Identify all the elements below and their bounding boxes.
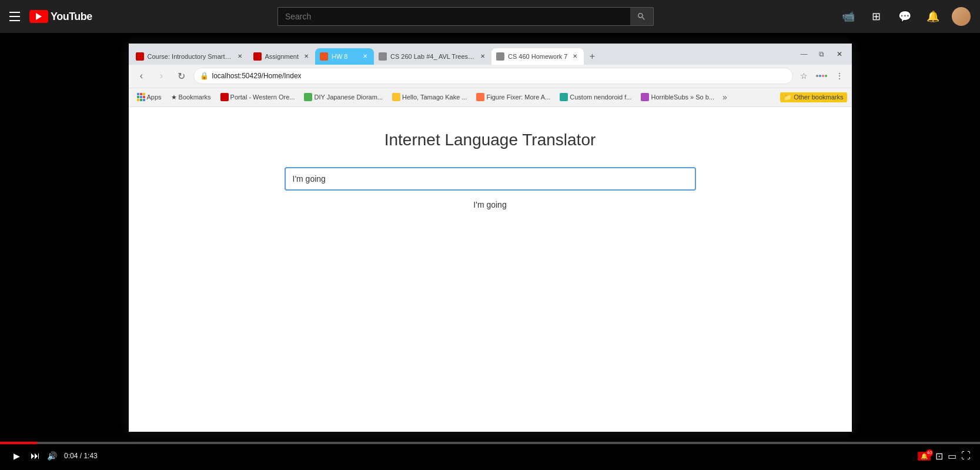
bookmark-apps[interactable]: Apps — [133, 92, 165, 102]
chat-icon[interactable]: 💬 — [895, 7, 914, 26]
tab-favicon-4 — [379, 52, 387, 61]
browser-tab-2[interactable]: Assignment ✕ — [249, 48, 315, 65]
youtube-logo-icon — [29, 10, 48, 23]
horrible-favicon — [641, 93, 649, 101]
search-button[interactable] — [630, 7, 654, 26]
topbar-right-icons: 📹 ⊞ 💬 🔔 — [839, 7, 971, 26]
avatar-image — [952, 7, 971, 26]
diy-label: DIY Japanese Dioram... — [314, 94, 383, 101]
player-controls: 0:04 / 1:43 🔔 40 ⊡ ▭ ⛶ — [0, 442, 980, 470]
miniplayer-button[interactable]: ⊡ — [935, 451, 943, 462]
search-input[interactable] — [277, 7, 630, 26]
progress-fill — [0, 442, 37, 444]
progress-bar[interactable] — [0, 442, 980, 444]
refresh-button[interactable]: ↻ — [173, 68, 190, 84]
user-avatar[interactable] — [952, 7, 971, 26]
nendoroid-label: Custom nendoroid f... — [570, 94, 631, 101]
bookmarks-overflow-button[interactable]: » — [720, 91, 730, 103]
page-title: Internet Language Translator — [384, 131, 596, 149]
notification-count: 40 — [926, 449, 933, 456]
diy-favicon — [304, 93, 312, 101]
browser-tab-1[interactable]: Course: Introductory Smart Ph... ✕ — [131, 48, 249, 65]
tab-title-3: HW 8 — [332, 53, 357, 60]
play-button[interactable] — [9, 449, 24, 463]
bookmarks-label: Bookmarks — [179, 94, 211, 101]
translate-input[interactable] — [285, 167, 696, 191]
fullscreen-button[interactable]: ⛶ — [961, 451, 971, 461]
browser-tabs: Course: Introductory Smart Ph... ✕ Assig… — [129, 44, 792, 65]
more-menu-icon[interactable]: ⋮ — [832, 68, 847, 84]
bookmark-portal[interactable]: Portal - Western Ore... — [217, 92, 299, 102]
browser-window: Course: Introductory Smart Ph... ✕ Assig… — [129, 44, 852, 432]
youtube-player-page: YouTube 📹 ⊞ 💬 🔔 — [0, 0, 980, 470]
apps-grid-icon — [137, 93, 145, 101]
nendoroid-favicon — [560, 93, 568, 101]
youtube-topbar: YouTube 📹 ⊞ 💬 🔔 — [0, 0, 980, 33]
tab-favicon-3 — [320, 52, 328, 61]
address-bar-container: ‹ › ↻ 🔒 localhost:50429/Home/Index ☆ — [129, 65, 852, 88]
browser-chrome: Course: Introductory Smart Ph... ✕ Assig… — [129, 44, 852, 107]
search-icon — [637, 12, 646, 21]
bookmark-nendoroid[interactable]: Custom nendoroid f... — [556, 92, 635, 102]
lock-icon: 🔒 — [200, 72, 209, 80]
browser-tab-3[interactable]: HW 8 ✕ — [315, 48, 374, 65]
minimize-button[interactable]: — — [797, 46, 812, 62]
tab-close-2[interactable]: ✕ — [302, 52, 310, 61]
bookmark-bookmarks[interactable]: ★ Bookmarks — [168, 92, 215, 102]
total-time: 1:43 — [83, 452, 97, 460]
tab-favicon-2 — [253, 52, 262, 61]
horrible-label: HorribleSubs » So b... — [651, 94, 714, 101]
bookmarks-bar: Apps ★ Bookmarks Portal - Western Ore...… — [129, 88, 852, 107]
youtube-logo-text: YouTube — [51, 11, 92, 23]
bookmark-star-icon[interactable]: ☆ — [797, 68, 812, 84]
subscribe-badge[interactable]: 🔔 40 — [918, 452, 931, 461]
tamago-favicon — [392, 93, 400, 101]
video-camera-icon[interactable]: 📹 — [839, 7, 858, 26]
back-button[interactable]: ‹ — [133, 68, 150, 84]
browser-tab-5[interactable]: CS 460 Homework 7 ✕ — [491, 48, 584, 65]
figure-favicon — [476, 93, 484, 101]
translate-output: I'm going — [473, 200, 506, 209]
tab-title-1: Course: Introductory Smart Ph... — [148, 53, 232, 60]
restore-button[interactable]: ⧉ — [814, 46, 830, 62]
bell-icon[interactable]: 🔔 — [924, 7, 942, 26]
tab-close-1[interactable]: ✕ — [236, 52, 244, 61]
current-time: 0:04 — [64, 452, 78, 460]
tab-close-3[interactable]: ✕ — [361, 52, 369, 61]
tab-favicon-5 — [496, 52, 504, 61]
bookmark-tamago[interactable]: Hello, Tamago Kake ... — [389, 92, 470, 102]
youtube-logo[interactable]: YouTube — [29, 10, 92, 23]
address-bar[interactable]: 🔒 localhost:50429/Home/Index — [193, 68, 793, 84]
tab-title-4: CS 260 Lab #4_ AVL Trees.pdf — [390, 53, 475, 60]
window-controls: — ⧉ ✕ — [792, 44, 852, 65]
volume-button[interactable] — [47, 451, 57, 461]
webpage-content: Internet Language Translator I'm going — [129, 107, 852, 432]
portal-favicon — [220, 93, 229, 101]
bookmark-horrible[interactable]: HorribleSubs » So b... — [637, 92, 718, 102]
extensions-icon[interactable] — [814, 68, 830, 84]
browser-tab-4[interactable]: CS 260 Lab #4_ AVL Trees.pdf ✕ — [374, 48, 491, 65]
search-container — [277, 7, 654, 26]
tab-close-5[interactable]: ✕ — [571, 52, 579, 61]
tamago-label: Hello, Tamago Kake ... — [402, 94, 467, 101]
grid-icon[interactable]: ⊞ — [867, 7, 886, 26]
bookmark-figure[interactable]: Figure Fixer: More A... — [473, 92, 554, 102]
tab-title-5: CS 460 Homework 7 — [508, 53, 568, 60]
portal-label: Portal - Western Ore... — [230, 94, 295, 101]
new-tab-button[interactable]: + — [584, 48, 600, 65]
other-bookmarks-folder[interactable]: 📁 Other bookmarks — [780, 92, 847, 102]
skip-button[interactable] — [31, 451, 40, 461]
forward-button[interactable]: › — [153, 68, 170, 84]
right-controls: 🔔 40 ⊡ ▭ ⛶ — [918, 451, 971, 462]
hamburger-menu[interactable] — [9, 12, 20, 21]
close-button[interactable]: ✕ — [832, 46, 847, 62]
time-display: 0:04 / 1:43 — [64, 452, 98, 460]
addressbar-right-icons: ☆ ⋮ — [797, 68, 847, 84]
bookmark-diy[interactable]: DIY Japanese Dioram... — [300, 92, 386, 102]
video-area: Course: Introductory Smart Ph... ✕ Assig… — [0, 33, 980, 442]
theater-mode-button[interactable]: ▭ — [948, 451, 956, 462]
tab-title-2: Assignment — [265, 53, 299, 60]
bookmark-star: ★ — [171, 94, 177, 101]
figure-label: Figure Fixer: More A... — [486, 94, 550, 101]
tab-close-4[interactable]: ✕ — [479, 52, 487, 61]
